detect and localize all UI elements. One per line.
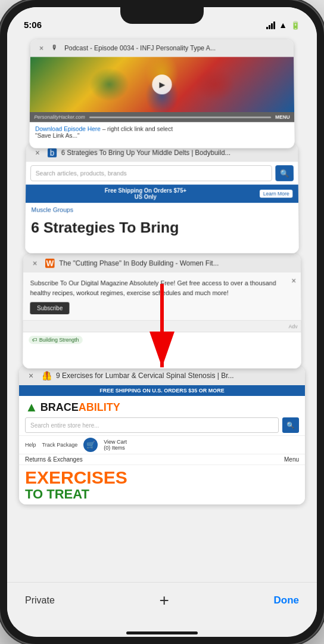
bb-shipping-bar: Free Shipping On Orders $75+US Only Lear… xyxy=(26,185,298,203)
tab-close-3[interactable]: × xyxy=(29,258,40,269)
ba-returns[interactable]: Returns & Exchanges xyxy=(25,456,83,463)
tab-favicon-4: 🦺 xyxy=(42,371,51,380)
ph-logo: PersonalityHacker.com xyxy=(34,114,85,120)
wf-popup: × Subscribe To Our Digital Magazine Abso… xyxy=(23,273,301,321)
bb-heading: 6 Strategies To Bring xyxy=(25,216,298,239)
bb-search-button[interactable]: 🔍 xyxy=(275,165,294,181)
ba-menu[interactable]: Menu xyxy=(284,456,299,463)
ba-track[interactable]: Track Package xyxy=(42,442,78,448)
tab-card-1[interactable]: × 🎙 Podcast - Episode 0034 - INFJ Person… xyxy=(29,39,294,148)
ba-search-button[interactable]: 🔍 xyxy=(282,417,299,433)
bb-search-bar: Search articles, products, brands 🔍 xyxy=(26,162,298,184)
tab-card-2[interactable]: × b 6 Strategies To Bring Up Your Middle… xyxy=(25,144,299,253)
ba-logo-area: ▲ BRACEABILITY xyxy=(19,396,305,417)
wf-tag-text: Building Strength xyxy=(39,337,79,343)
ba-logo-leaf: ▲ xyxy=(25,400,38,415)
phone-frame: 5:06 ▲ 🔋 × 🎙 Podcast - Episode 0034 xyxy=(0,0,324,644)
ba-to-treat-text: TO TREAT xyxy=(19,487,305,502)
signal-icon xyxy=(266,21,275,29)
podcast-link-text: Download Episode Here – right click link… xyxy=(35,125,289,138)
wf-popup-text: Subscribe To Our Digital Magazine Absolu… xyxy=(30,278,294,298)
tab-content-3: × Subscribe To Our Digital Magazine Abso… xyxy=(23,273,301,369)
bb-search-input[interactable]: Search articles, products, brands xyxy=(30,165,272,181)
tab-title-1: Podcast - Episode 0034 - INFJ Personalit… xyxy=(64,44,288,52)
tab-favicon-1: 🎙 xyxy=(51,44,60,52)
ba-logo-text: BRACEABILITY xyxy=(40,401,120,414)
progress-bar xyxy=(89,116,271,118)
ba-menu-row: Returns & Exchanges Menu xyxy=(19,454,305,465)
tab-bar-4: × 🦺 9 Exercises for Lumbar & Cervical Sp… xyxy=(19,366,305,385)
ba-search-placeholder: Search entire store here... xyxy=(30,422,99,429)
tab-bar-3: × W The "Cutting Phase" In Body Building… xyxy=(23,254,301,273)
tab-content-1: ▶ PersonalityHacker.com MENU Download Ep… xyxy=(29,57,294,148)
wf-tag-icon: 🏷 xyxy=(32,337,38,343)
ba-cart-icon[interactable]: 🛒 xyxy=(83,438,98,452)
play-button[interactable]: ▶ xyxy=(152,75,172,94)
wf-ad-label: Adv xyxy=(288,323,297,329)
brain-overlay: ▶ xyxy=(30,57,294,112)
tab-close-4[interactable]: × xyxy=(25,370,37,382)
tab-bar-1: × 🎙 Podcast - Episode 0034 - INFJ Person… xyxy=(30,39,294,57)
home-indicator xyxy=(126,631,198,634)
tab-title-4: 9 Exercises for Lumbar & Cervical Spinal… xyxy=(56,371,299,380)
ba-help[interactable]: Help xyxy=(25,442,36,448)
player-bar: PersonalityHacker.com MENU xyxy=(30,112,294,122)
bottom-toolbar: Private + Done xyxy=(7,582,317,627)
tabs-container: × 🎙 Podcast - Episode 0034 - INFJ Person… xyxy=(7,33,317,582)
bb-shipping-text: Free Shipping On Orders $75+US Only xyxy=(32,187,260,200)
podcast-link-area: Download Episode Here – right click link… xyxy=(30,122,295,143)
battery-icon: 🔋 xyxy=(291,21,300,30)
ba-view-cart[interactable]: View Cart(0) Items xyxy=(104,439,127,451)
ba-search-row: Search entire store here... 🔍 xyxy=(19,417,305,435)
tab-title-3: The "Cutting Phase" In Body Building - W… xyxy=(59,259,295,268)
link-suffix: – right click link and select xyxy=(101,125,173,132)
tab-content-2: Search articles, products, brands 🔍 Free… xyxy=(25,162,299,253)
wf-tag: 🏷 Building Strength xyxy=(29,336,82,344)
bb-muscle-groups[interactable]: Muscle Groups xyxy=(26,203,298,216)
status-icons: ▲ 🔋 xyxy=(266,20,300,30)
tab-favicon-2: b xyxy=(48,148,57,157)
status-time: 5:06 xyxy=(24,20,42,30)
wf-popup-close[interactable]: × xyxy=(291,276,296,286)
download-link[interactable]: Download Episode Here xyxy=(35,125,101,132)
tab-close-1[interactable]: × xyxy=(36,43,47,54)
save-as-text: "Save Link As..." xyxy=(35,132,80,139)
done-button[interactable]: Done xyxy=(274,595,300,606)
tab-content-4: FREE SHIPPING ON U.S. ORDERS $35 OR MORE… xyxy=(19,385,305,504)
bb-learn-more[interactable]: Learn More xyxy=(260,190,292,197)
podcast-thumbnail: ▶ xyxy=(30,57,294,112)
tab-favicon-3: W xyxy=(45,259,55,268)
private-button[interactable]: Private xyxy=(25,595,55,606)
tab-card-4[interactable]: × 🦺 9 Exercises for Lumbar & Cervical Sp… xyxy=(19,366,305,504)
tab-close-2[interactable]: × xyxy=(32,147,43,159)
menu-label: MENU xyxy=(275,114,290,120)
wf-subscribe-btn[interactable]: Subscribe xyxy=(30,302,70,314)
ba-exercises-text: EXERCISES xyxy=(19,465,305,487)
tab-title-2: 6 Strategies To Bring Up Your Middle Del… xyxy=(61,149,292,157)
tab-card-3[interactable]: × W The "Cutting Phase" In Body Building… xyxy=(23,254,301,369)
bb-search-placeholder: Search articles, products, brands xyxy=(36,170,127,177)
ba-nav-row: Help Track Package 🛒 View Cart(0) Items xyxy=(19,435,305,454)
add-tab-button[interactable]: + xyxy=(159,591,169,610)
ba-free-shipping: FREE SHIPPING ON U.S. ORDERS $35 OR MORE xyxy=(19,385,305,396)
wifi-icon: ▲ xyxy=(279,20,287,30)
wf-ad-bar: Adv xyxy=(23,321,301,333)
notch xyxy=(120,7,204,24)
ba-search-input[interactable]: Search entire store here... xyxy=(25,417,279,433)
phone-inner: 5:06 ▲ 🔋 × 🎙 Podcast - Episode 0034 xyxy=(7,7,317,637)
